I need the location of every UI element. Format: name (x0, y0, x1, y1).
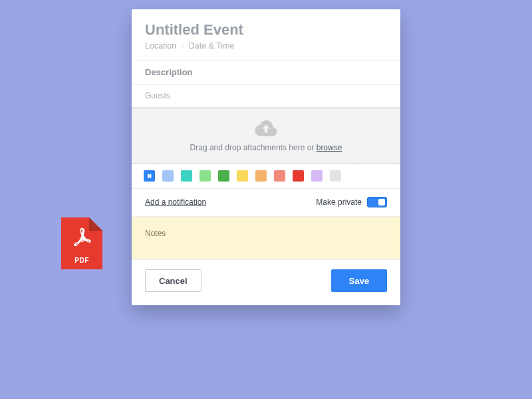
datetime-field[interactable]: Date & Time (189, 41, 235, 51)
cloud-upload-icon (254, 118, 278, 138)
color-swatch-6[interactable] (255, 170, 267, 182)
dialog-header: Untitled Event Location · Date & Time (132, 9, 400, 61)
location-field[interactable]: Location (145, 41, 176, 51)
attachment-dropzone[interactable]: Drag and drop attachments here or browse (132, 108, 400, 164)
options-row: Add a notification Make private (132, 189, 400, 217)
dialog-footer: Cancel Save (132, 260, 400, 305)
color-swatch-5[interactable] (237, 170, 248, 182)
event-title-input[interactable]: Untitled Event (145, 21, 387, 39)
cancel-button[interactable]: Cancel (145, 269, 201, 292)
guests-field[interactable]: Guests (132, 85, 400, 108)
make-private-label: Make private (316, 198, 362, 207)
dropzone-text: Drag and drop attachments here or browse (138, 143, 394, 152)
private-toggle[interactable] (367, 197, 387, 207)
color-swatch-10[interactable] (330, 170, 341, 182)
color-swatch-0[interactable] (144, 170, 155, 182)
notes-field[interactable]: Notes (132, 217, 400, 260)
subline-separator: · (182, 41, 184, 51)
adobe-acrobat-icon (70, 226, 93, 249)
color-swatch-1[interactable] (162, 170, 174, 182)
color-swatch-9[interactable] (311, 170, 323, 182)
pdf-label: PDF (61, 257, 102, 264)
event-dialog: Untitled Event Location · Date & Time De… (132, 9, 400, 305)
event-subline: Location · Date & Time (145, 41, 387, 51)
pdf-file[interactable]: PDF (61, 217, 102, 269)
color-swatch-4[interactable] (218, 170, 229, 182)
toggle-knob (378, 199, 385, 205)
color-swatches (132, 164, 400, 189)
color-swatch-3[interactable] (200, 170, 211, 182)
save-button[interactable]: Save (331, 269, 387, 292)
description-field[interactable]: Description (132, 61, 400, 85)
color-swatch-8[interactable] (293, 170, 304, 182)
color-swatch-7[interactable] (274, 170, 285, 182)
add-notification-link[interactable]: Add a notification (145, 198, 206, 207)
color-swatch-2[interactable] (181, 170, 192, 182)
make-private-group: Make private (316, 197, 387, 207)
browse-link[interactable]: browse (317, 143, 342, 152)
